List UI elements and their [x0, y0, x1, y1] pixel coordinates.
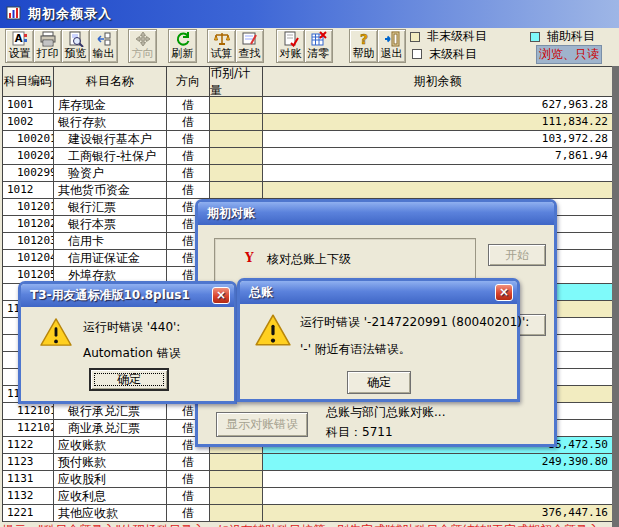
gl-ok-button[interactable]: 确定 — [347, 371, 411, 394]
cell-account-name: 建设银行基本户 — [54, 131, 167, 148]
cell-opening-balance[interactable] — [263, 488, 613, 505]
cell-account-name: 应收账款 — [54, 437, 167, 454]
table-row[interactable]: 1012其他货币资金借 — [3, 182, 613, 199]
cell-direction: 借 — [167, 97, 210, 114]
show-reconcile-errors-button[interactable]: 显示对账错误 — [216, 412, 308, 437]
footer-hint: 提示："科目余额录入"处现场科目录入，如设有辅助科目核算，则先完成"辅助科目余额… — [2, 522, 612, 527]
t3-error-line2: Automation 错误 — [83, 345, 181, 362]
cell-opening-balance[interactable]: 376,447.16 — [263, 505, 613, 522]
app-window: 期初余额录入 A设置打印预览输出方向刷新试算查找对账清零?帮助退出 非末级科目 … — [0, 0, 619, 527]
cell-account-code: 100299 — [3, 165, 54, 182]
focus-rectangle — [94, 373, 164, 386]
window-right-edge — [612, 66, 619, 527]
start-button[interactable]: 开始 — [488, 244, 546, 266]
toolbar-button-help[interactable]: ?帮助 — [349, 29, 378, 63]
toolbar-button-label: 打印 — [37, 47, 59, 61]
table-row[interactable]: 1123预付账款借249,390.80 — [3, 454, 613, 471]
header-currency: 币别/计量 — [210, 66, 263, 97]
cell-account-code: 1132 — [3, 488, 54, 505]
settings-icon: A — [12, 31, 28, 47]
toolbar-button-label: 输出 — [93, 47, 115, 61]
leaf-swatch — [412, 49, 422, 59]
cell-opening-balance[interactable]: 627,963.28 — [263, 97, 613, 114]
window-titlebar: 期初余额录入 — [0, 0, 619, 28]
cell-currency — [210, 471, 263, 488]
toolbar-button-preview[interactable]: 预览 — [61, 29, 90, 63]
reconcile-dialog-titlebar[interactable]: 期初对账 — [198, 202, 554, 225]
close-icon[interactable]: × — [495, 284, 513, 301]
table-row[interactable]: 1001库存现金借627,963.28 — [3, 97, 613, 114]
cell-account-code: 101202 — [3, 216, 54, 233]
toolbar-button-exit[interactable]: 退出 — [377, 29, 406, 63]
toolbar-button-print[interactable]: 打印 — [33, 29, 62, 63]
cell-account-name: 应收利息 — [54, 488, 167, 505]
cell-account-code: 112101 — [3, 403, 54, 420]
gl-error-title: 总账 — [249, 284, 273, 301]
header-balance: 期初余额 — [263, 66, 613, 97]
cell-direction: 借 — [167, 148, 210, 165]
gl-error-titlebar[interactable]: 总账 × — [240, 281, 517, 304]
cell-account-name: 银行本票 — [54, 216, 167, 233]
cell-account-name: 信用证保证金 — [54, 250, 167, 267]
cell-currency — [210, 148, 263, 165]
toolbar-button-export[interactable]: 输出 — [89, 29, 118, 63]
auxiliary-label: 辅助科目 — [547, 28, 595, 45]
svg-text:?: ? — [359, 31, 367, 47]
table-row[interactable]: 1132应收利息借 — [3, 488, 613, 505]
toolbar-button-settings[interactable]: A设置 — [5, 29, 34, 63]
cell-opening-balance[interactable]: 249,390.80 — [263, 454, 613, 471]
readonly-badge: 浏览、只读 — [536, 45, 602, 64]
cell-opening-balance[interactable]: 7,861.94 — [263, 148, 613, 165]
t3-error-titlebar[interactable]: T3-用友通标准版10.8plus1 × — [21, 284, 234, 307]
toolbar-button-clear-zero[interactable]: 清零 — [304, 29, 333, 63]
cell-opening-balance[interactable] — [263, 182, 613, 199]
cell-direction: 借 — [167, 488, 210, 505]
cell-account-name: 银行存款 — [54, 114, 167, 131]
cell-currency — [210, 131, 263, 148]
table-row[interactable]: 100202工商银行-社保户借7,861.94 — [3, 148, 613, 165]
help-icon: ? — [356, 31, 372, 47]
non-leaf-label: 非末级科目 — [427, 28, 487, 45]
cell-account-code: 1122 — [3, 437, 54, 454]
cell-direction: 借 — [167, 182, 210, 199]
toolbar-button-label: 预览 — [65, 47, 87, 61]
cell-opening-balance[interactable] — [263, 471, 613, 488]
cell-opening-balance[interactable] — [263, 165, 613, 182]
t3-ok-button[interactable]: 确定 — [89, 368, 169, 391]
window-title: 期初余额录入 — [28, 5, 112, 23]
toolbar-button-reconcile[interactable]: 对账 — [276, 29, 305, 63]
toolbar-button-label: 刷新 — [172, 47, 194, 61]
gl-error-line2: '-' 附近有语法错误。 — [300, 341, 411, 358]
cell-opening-balance[interactable]: 103,972.28 — [263, 131, 613, 148]
non-leaf-swatch — [410, 32, 420, 42]
table-row[interactable]: 1002银行存款借111,834.22 — [3, 114, 613, 131]
table-row[interactable]: 1221其他应收款借376,447.16 — [3, 505, 613, 522]
print-icon — [40, 31, 56, 47]
cell-direction: 借 — [167, 165, 210, 182]
toolbar-button-find[interactable]: 查找 — [235, 29, 264, 63]
cell-opening-balance[interactable]: 111,834.22 — [263, 114, 613, 131]
toolbar-button-label: 帮助 — [353, 47, 375, 61]
check-item-label: 核对总账上下级 — [267, 251, 351, 268]
table-row[interactable]: 100201建设银行基本户借103,972.28 — [3, 131, 613, 148]
t3-error-title: T3-用友通标准版10.8plus1 — [30, 287, 190, 304]
cell-account-code: 1221 — [3, 505, 54, 522]
cell-account-code: 1123 — [3, 454, 54, 471]
close-icon[interactable]: × — [212, 287, 230, 304]
toolbar-button-refresh[interactable]: 刷新 — [168, 29, 197, 63]
header-code: 科目编码 — [3, 66, 54, 97]
cell-account-code: 1131 — [3, 471, 54, 488]
cell-currency — [210, 114, 263, 131]
cell-currency — [210, 182, 263, 199]
header-direction: 方向 — [167, 66, 210, 97]
toolbar-button-label: 对账 — [280, 47, 302, 61]
table-row[interactable]: 100299验资户借 — [3, 165, 613, 182]
exit-icon — [384, 31, 400, 47]
app-chart-icon — [6, 5, 22, 24]
svg-text:A: A — [14, 33, 22, 44]
toolbar-button-trial-balance[interactable]: 试算 — [207, 29, 236, 63]
toolbar-button-label: 查找 — [239, 47, 261, 61]
cell-account-code: 100202 — [3, 148, 54, 165]
table-row[interactable]: 1131应收股利借 — [3, 471, 613, 488]
auxiliary-swatch — [530, 32, 540, 42]
